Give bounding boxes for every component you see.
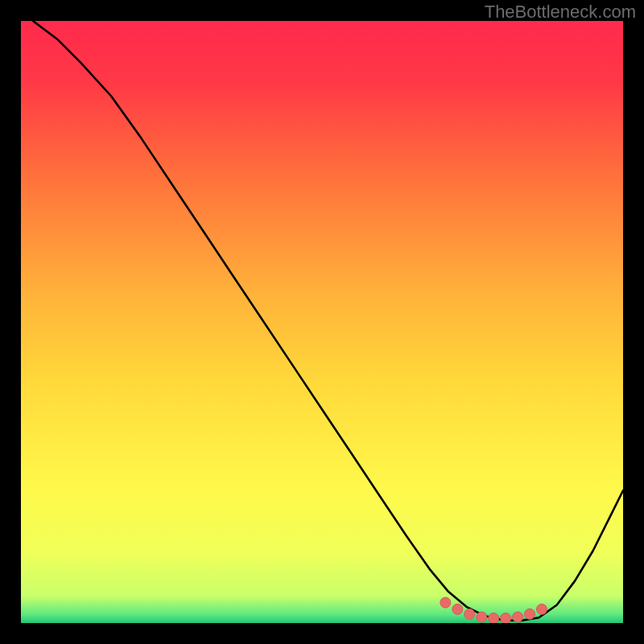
watermark-text: TheBottleneck.com (485, 2, 636, 23)
marker-dot (452, 604, 463, 614)
marker-dot (501, 613, 511, 623)
chart-svg (21, 21, 623, 623)
chart-container: TheBottleneck.com (0, 0, 644, 644)
marker-dot (537, 604, 547, 614)
marker-dot (464, 609, 475, 619)
marker-dot (440, 597, 451, 608)
marker-dot (525, 609, 535, 619)
marker-dot (477, 612, 487, 622)
gradient-background (21, 21, 623, 623)
marker-dot (489, 613, 499, 623)
bottleneck-chart (21, 21, 623, 623)
marker-dot (513, 612, 523, 622)
